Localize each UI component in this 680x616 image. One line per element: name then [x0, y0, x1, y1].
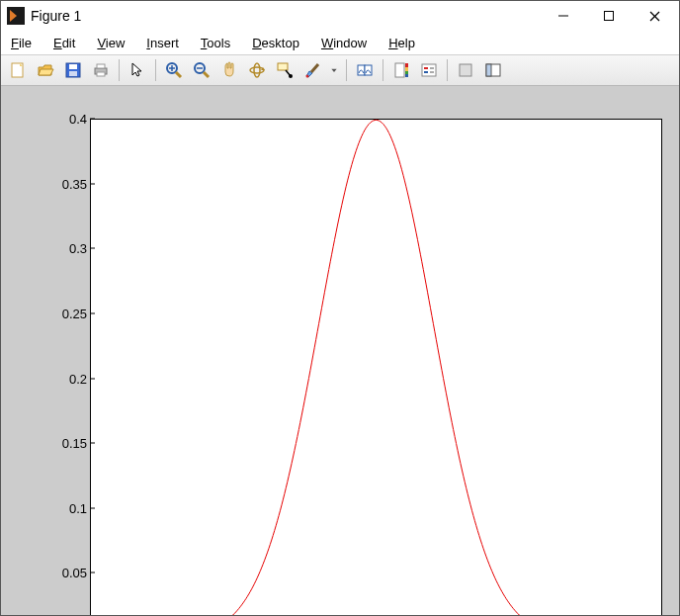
maximize-button[interactable] [586, 1, 632, 31]
y-tick-label: 0.25 [47, 306, 87, 320]
y-tick-mark [90, 119, 95, 120]
insert-legend-icon[interactable] [416, 57, 442, 83]
pan-icon[interactable] [216, 57, 242, 83]
brush-dropdown-icon[interactable] [327, 57, 341, 83]
svg-line-26 [311, 64, 318, 72]
svg-line-18 [204, 72, 209, 77]
svg-rect-11 [97, 72, 105, 76]
toolbar-separator [155, 59, 156, 81]
y-tick-mark [90, 248, 95, 249]
svg-rect-8 [69, 71, 77, 76]
zoom-out-icon[interactable] [189, 57, 214, 83]
y-tick-mark [90, 507, 95, 508]
y-tick-label: 0.35 [47, 176, 87, 191]
axes-container: 00.050.10.150.20.250.30.350.4-5-4-3-2-10… [49, 119, 662, 615]
menu-edit[interactable]: Edit [49, 34, 79, 52]
menu-view[interactable]: View [93, 34, 128, 52]
hide-tools-icon[interactable] [453, 57, 478, 83]
svg-rect-43 [486, 64, 491, 76]
toolbar-separator [382, 59, 383, 81]
toolbar-separator [119, 59, 120, 81]
svg-rect-10 [97, 64, 105, 68]
y-tick-mark [90, 312, 95, 313]
y-tick-mark [90, 443, 95, 444]
menu-desktop[interactable]: Desktop [248, 34, 303, 52]
y-tick-label: 0.1 [47, 500, 87, 515]
svg-point-21 [254, 63, 260, 77]
menu-window[interactable]: Window [317, 34, 371, 52]
save-icon[interactable] [60, 57, 86, 83]
menu-help[interactable]: Help [384, 34, 419, 52]
brush-icon[interactable] [299, 57, 325, 83]
menu-bar: FileEditViewInsertToolsDesktopWindowHelp [1, 31, 679, 54]
y-tick-mark [90, 572, 95, 573]
svg-rect-36 [422, 64, 436, 76]
line-plot [90, 119, 662, 615]
svg-rect-34 [405, 71, 408, 74]
y-tick-label: 0.15 [47, 436, 87, 451]
svg-rect-35 [405, 74, 408, 77]
link-plot-icon[interactable] [352, 57, 378, 83]
svg-point-25 [289, 74, 293, 78]
svg-rect-23 [278, 63, 288, 70]
svg-rect-41 [460, 64, 471, 76]
figure-window: Figure 1 FileEditViewInsertToolsDesktopW… [0, 0, 680, 616]
menu-file[interactable]: File [7, 34, 36, 52]
y-tick-label: 0.3 [47, 241, 87, 256]
y-tick-label: 0.4 [47, 112, 87, 127]
new-figure-icon[interactable] [5, 57, 31, 83]
menu-insert[interactable]: Insert [142, 34, 183, 52]
svg-line-14 [176, 72, 181, 77]
rotate-3d-icon[interactable] [244, 57, 270, 83]
svg-rect-31 [395, 63, 404, 77]
svg-marker-12 [132, 63, 141, 76]
y-tick-mark [90, 183, 95, 184]
svg-rect-32 [405, 63, 408, 67]
toolbar [1, 54, 679, 86]
svg-point-27 [306, 75, 309, 78]
minimize-button[interactable] [541, 1, 586, 31]
dock-icon[interactable] [480, 57, 506, 83]
zoom-in-icon[interactable] [161, 57, 187, 83]
y-tick-label: 0.05 [47, 566, 87, 580]
insert-colorbar-icon[interactable] [388, 57, 414, 83]
window-title: Figure 1 [31, 8, 81, 24]
pointer-icon[interactable] [125, 57, 150, 83]
open-icon[interactable] [33, 57, 58, 83]
svg-rect-7 [69, 64, 77, 69]
y-tick-label: 0.2 [47, 371, 87, 386]
title-bar[interactable]: Figure 1 [1, 1, 679, 31]
svg-rect-1 [605, 12, 614, 21]
menu-tools[interactable]: Tools [197, 34, 234, 52]
matlab-icon [7, 7, 25, 25]
print-icon[interactable] [88, 57, 114, 83]
y-tick-mark [90, 378, 95, 379]
toolbar-separator [447, 59, 448, 81]
close-button[interactable] [632, 1, 677, 31]
data-cursor-icon[interactable] [272, 57, 298, 83]
series-normal-pdf [90, 120, 662, 615]
svg-rect-33 [405, 67, 408, 71]
toolbar-separator [346, 59, 347, 81]
figure-client-area: 00.050.10.150.20.250.30.350.4-5-4-3-2-10… [1, 86, 679, 615]
svg-marker-28 [331, 69, 336, 72]
